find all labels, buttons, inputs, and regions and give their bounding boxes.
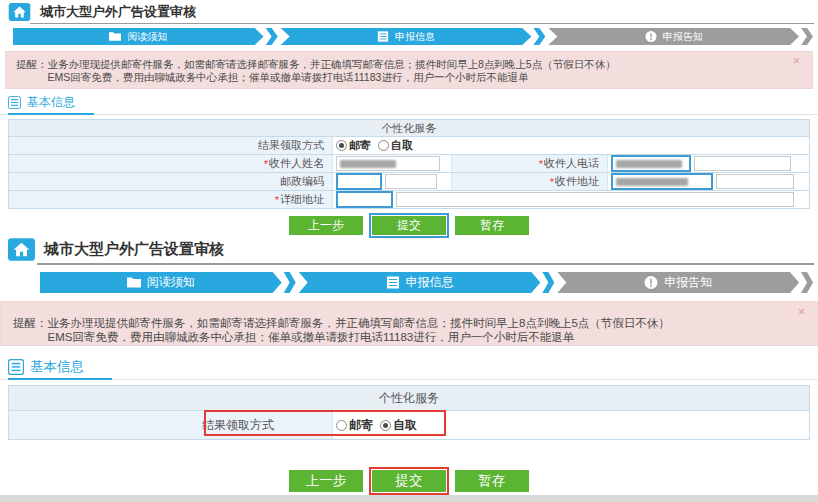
document-icon: [8, 96, 21, 109]
section-divider: [0, 114, 818, 115]
table-header: 个性化服务: [9, 120, 809, 136]
page-header: 城市大型户外广告设置审核: [0, 0, 818, 21]
close-icon[interactable]: ×: [798, 305, 805, 319]
form-panel-bottom: 城市大型户外广告设置审核 阅读须知 申报信息: [0, 233, 818, 492]
step-label: 申报信息: [395, 30, 435, 44]
page-header: 城市大型户外广告设置审核: [0, 233, 818, 261]
redacted-value: [616, 160, 682, 168]
recipient-phone-input[interactable]: [694, 156, 791, 171]
annotation-box-blue: [336, 191, 393, 208]
page-title: 城市大型户外广告设置审核: [40, 3, 196, 21]
radio-mail[interactable]: [336, 420, 347, 431]
radio-self-pickup[interactable]: [378, 140, 389, 151]
name-phone-row: *收件人姓名 *收件人电话: [9, 154, 809, 172]
submit-button[interactable]: 提交: [372, 470, 446, 492]
step-chevron-icon: [801, 28, 813, 45]
step-read-notice[interactable]: 阅读须知: [40, 272, 296, 293]
pickup-options: 邮寄 自取: [336, 138, 413, 153]
notice-doc-icon: [127, 276, 141, 289]
radio-self-pickup-label: 自取: [391, 138, 413, 153]
form-sheet-icon: [377, 31, 389, 42]
form-panel-top: 城市大型户外广告设置审核 阅读须知 申报信息: [0, 0, 818, 235]
personal-service-table: 个性化服务 结果领取方式 邮寄 自取: [8, 385, 810, 440]
radio-self-pickup-label: 自取: [393, 417, 417, 434]
section-basic-info: 基本信息: [0, 94, 818, 111]
notice-doc-icon: [109, 31, 121, 42]
header-divider: [37, 263, 814, 265]
radio-mail-label: 邮寄: [349, 417, 373, 434]
recipient-name-label: *收件人姓名: [9, 155, 333, 172]
radio-mail-label: 邮寄: [349, 138, 371, 153]
step-chevron-icon: [284, 272, 296, 293]
step-progress-bar: 阅读须知 申报信息 申报告知: [40, 272, 813, 293]
redacted-value: [616, 178, 688, 186]
reminder-alert: 提醒： 业务办理现提供邮寄件服务，如需邮寄请选择邮寄服务，并正确填写邮寄信息；揽…: [0, 301, 818, 346]
save-draft-button[interactable]: 暂存: [455, 470, 529, 492]
step-label: 申报信息: [406, 274, 454, 291]
annotation-box-blue: [336, 173, 382, 190]
section-divider: [0, 379, 818, 380]
step-declare-notify[interactable]: 申报告知: [557, 272, 813, 293]
recipient-phone-label: *收件人电话: [451, 155, 608, 172]
postal-code-input[interactable]: [385, 174, 437, 189]
step-label: 申报告知: [664, 274, 712, 291]
annotation-box-blue: [611, 173, 713, 190]
step-chevron-icon: [266, 28, 278, 45]
section-title: 基本信息: [27, 94, 75, 111]
personal-service-table: 个性化服务 结果领取方式 邮寄 自取: [8, 119, 810, 209]
recipient-address-input[interactable]: [716, 174, 794, 189]
annotation-box-blue: [611, 155, 691, 172]
form-sheet-icon: [386, 276, 400, 289]
close-icon[interactable]: ×: [793, 55, 800, 68]
radio-mail[interactable]: [336, 140, 347, 151]
home-icon[interactable]: [8, 238, 35, 261]
prev-step-button[interactable]: 上一步: [289, 470, 363, 492]
step-chevron-icon: [801, 272, 813, 293]
step-read-notice[interactable]: 阅读须知: [13, 28, 278, 45]
reminder-alert: 提醒： 业务办理现提供邮寄件服务，如需邮寄请选择邮寄服务，并正确填写邮寄信息；揽…: [5, 51, 813, 89]
info-circle-icon: [645, 31, 657, 42]
header-divider: [30, 23, 814, 24]
radio-self-pickup[interactable]: [380, 420, 391, 431]
step-declare-info[interactable]: 申报信息: [299, 272, 555, 293]
document-icon: [8, 359, 24, 375]
pickup-method-row: 结果领取方式 邮寄 自取: [9, 410, 809, 439]
alert-label: 提醒：: [13, 316, 48, 344]
info-circle-icon: [644, 276, 658, 289]
alert-text: 业务办理现提供邮寄件服务，如需邮寄请选择邮寄服务，并正确填写邮寄信息；揽件时间早…: [48, 58, 616, 84]
step-declare-info[interactable]: 申报信息: [281, 28, 546, 45]
step-progress-bar: 阅读须知 申报信息 申报告知: [13, 28, 813, 45]
step-declare-notify[interactable]: 申报告知: [548, 28, 813, 45]
page-title: 城市大型户外广告设置审核: [44, 240, 224, 259]
page-bottom-strip: [0, 495, 818, 502]
postal-code-label: 邮政编码: [9, 173, 333, 190]
pickup-method-label: 结果领取方式: [9, 137, 333, 154]
page: 城市大型户外广告设置审核 阅读须知 申报信息: [0, 0, 818, 502]
home-icon[interactable]: [8, 3, 31, 21]
pickup-options: 邮寄 自取: [336, 417, 417, 434]
detail-address-row: *详细地址: [9, 190, 809, 208]
detail-address-label: *详细地址: [9, 191, 333, 208]
step-chevron-icon: [542, 272, 554, 293]
step-label: 阅读须知: [127, 30, 167, 44]
alert-label: 提醒：: [16, 58, 48, 84]
alert-text: 业务办理现提供邮寄件服务，如需邮寄请选择邮寄服务，并正确填写邮寄信息；揽件时间早…: [48, 316, 670, 344]
pickup-method-label: 结果领取方式: [9, 411, 333, 439]
table-header: 个性化服务: [9, 386, 809, 410]
step-chevron-icon: [533, 28, 545, 45]
zip-address-row: 邮政编码 *收件地址: [9, 172, 809, 190]
section-title: 基本信息: [30, 358, 84, 376]
step-label: 阅读须知: [147, 274, 195, 291]
pickup-method-row: 结果领取方式 邮寄 自取: [9, 136, 809, 154]
step-label: 申报告知: [663, 30, 703, 44]
section-basic-info: 基本信息: [0, 358, 818, 376]
redacted-value: [340, 160, 396, 168]
detail-address-input[interactable]: [396, 192, 794, 207]
recipient-name-input[interactable]: [336, 156, 440, 171]
recipient-address-label: *收件地址: [451, 173, 608, 190]
action-buttons: 上一步 提交 暂存: [0, 470, 818, 492]
